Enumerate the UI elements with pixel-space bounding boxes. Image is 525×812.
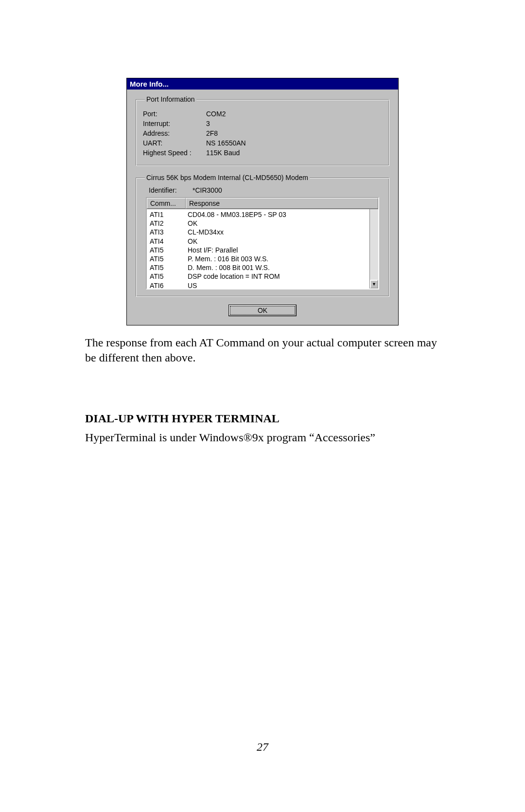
speed-row: Highest Speed : 115K Baud — [143, 149, 382, 157]
more-info-dialog: More Info... Port Information Port: COM2… — [126, 78, 399, 325]
identifier-value: *CIR3000 — [192, 186, 222, 194]
dialog-title: More Info... — [130, 80, 169, 88]
table-row[interactable]: ATI4OK — [150, 237, 375, 246]
port-value: COM2 — [206, 110, 382, 118]
uart-value: NS 16550AN — [206, 139, 382, 147]
listview-rows: ATI1CD04.08 - MM03.18EP5 - SP 03 ATI2OK … — [147, 209, 378, 289]
table-row[interactable]: ATI1CD04.08 - MM03.18EP5 - SP 03 — [150, 210, 375, 219]
column-header-response[interactable]: Response — [186, 198, 378, 209]
table-row[interactable]: ATI3CL-MD34xx — [150, 228, 375, 236]
interrupt-row: Interrupt: 3 — [143, 120, 382, 127]
body-paragraph-1: The response from each AT Command on you… — [85, 335, 440, 365]
ok-button-wrap: OK — [136, 305, 389, 316]
identifier-row: Identifier: *CIR3000 — [149, 186, 382, 194]
body-paragraph-2: HyperTerminal is under Windows®9x progra… — [85, 430, 440, 445]
dialog-body: Port Information Port: COM2 Interrupt: 3… — [127, 90, 398, 325]
identifier-label: Identifier: — [149, 186, 192, 194]
speed-value: 115K Baud — [206, 149, 382, 157]
page-number: 27 — [0, 740, 525, 754]
address-label: Address: — [143, 129, 206, 137]
port-label: Port: — [143, 110, 206, 118]
table-row[interactable]: ATI6US — [150, 281, 375, 290]
section-heading: DIAL-UP WITH HYPER TERMINAL — [85, 412, 440, 425]
interrupt-label: Interrupt: — [143, 120, 206, 127]
table-row[interactable]: ATI5Host I/F: Parallel — [150, 246, 375, 254]
dialog-title-bar: More Info... — [127, 78, 398, 90]
column-header-comm[interactable]: Comm... — [147, 198, 186, 209]
response-listview[interactable]: Comm... Response ATI1CD04.08 - MM03.18EP… — [146, 197, 379, 289]
scrollbar[interactable]: ▲ ▼ — [369, 198, 378, 289]
response-table-container: Comm... Response ATI1CD04.08 - MM03.18EP… — [146, 197, 379, 289]
table-row[interactable]: ATI5P. Mem. : 016 Bit 003 W.S. — [150, 254, 375, 263]
table-row[interactable]: ATI2OK — [150, 219, 375, 228]
ok-button[interactable]: OK — [228, 305, 297, 316]
port-info-legend: Port Information — [145, 95, 196, 103]
modem-legend: Cirrus 56K bps Modem Internal (CL-MD5650… — [145, 174, 310, 181]
interrupt-value: 3 — [206, 120, 382, 127]
scroll-track[interactable] — [370, 207, 378, 280]
scroll-down-button[interactable]: ▼ — [370, 280, 378, 289]
table-row[interactable]: ATI5D. Mem. : 008 Bit 001 W.S. — [150, 263, 375, 272]
port-information-group: Port Information Port: COM2 Interrupt: 3… — [136, 95, 389, 166]
address-value: 2F8 — [206, 129, 382, 137]
uart-label: UART: — [143, 139, 206, 147]
uart-row: UART: NS 16550AN — [143, 139, 382, 147]
table-row[interactable]: ATI5DSP code location = INT ROM — [150, 272, 375, 281]
listview-header: Comm... Response — [147, 198, 378, 209]
port-row: Port: COM2 — [143, 110, 382, 118]
modem-group: Cirrus 56K bps Modem Internal (CL-MD5650… — [136, 174, 389, 297]
address-row: Address: 2F8 — [143, 129, 382, 137]
speed-label: Highest Speed : — [143, 149, 206, 157]
